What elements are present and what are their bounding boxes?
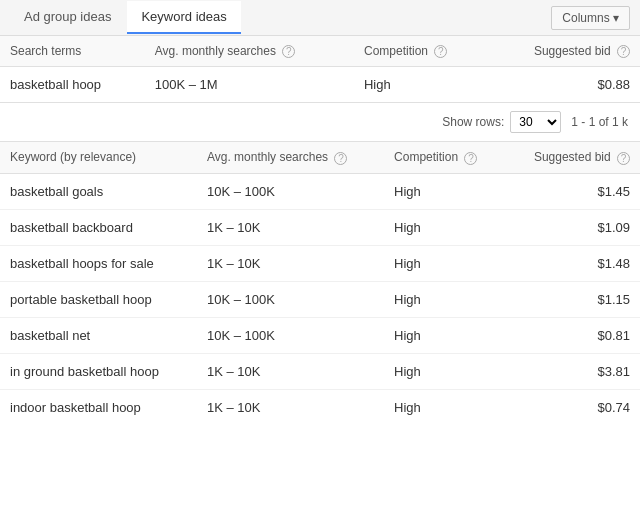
col-keyword-avg-label: Avg. monthly searches — [207, 150, 328, 164]
keyword-avg-help-icon[interactable]: ? — [334, 152, 347, 165]
keyword-term-cell: in ground basketball hoop — [0, 353, 197, 389]
keyword-ideas-header-row: Keyword (by relevance) Avg. monthly sear… — [0, 142, 640, 173]
keyword-competition-cell: High — [384, 317, 505, 353]
col-keyword-competition-label: Competition — [394, 150, 458, 164]
keyword-term-cell: indoor basketball hoop — [0, 389, 197, 425]
keyword-term-cell: basketball goals — [0, 173, 197, 209]
keyword-bid-help-icon[interactable]: ? — [617, 152, 630, 165]
tab-keyword-ideas[interactable]: Keyword ideas — [127, 1, 240, 34]
keyword-term-cell: basketball hoops for sale — [0, 245, 197, 281]
keyword-bid-cell: $0.81 — [505, 317, 640, 353]
col-keyword-bid-label: Suggested bid — [534, 150, 611, 164]
keyword-avg-cell: 10K – 100K — [197, 281, 384, 317]
keyword-idea-row: basketball net 10K – 100K High $0.81 — [0, 317, 640, 353]
keyword-idea-row: basketball goals 10K – 100K High $1.45 — [0, 173, 640, 209]
keyword-bid-cell: $1.15 — [505, 281, 640, 317]
col-keyword-bid: Suggested bid ? — [505, 142, 640, 173]
search-terms-table: Search terms Avg. monthly searches ? Com… — [0, 36, 640, 102]
col-avg-monthly-searches: Avg. monthly searches ? — [145, 36, 354, 67]
keyword-bid-cell: $1.09 — [505, 209, 640, 245]
col-competition: Competition ? — [354, 36, 489, 67]
keyword-avg-cell: 1K – 10K — [197, 389, 384, 425]
keyword-competition-cell: High — [384, 281, 505, 317]
pagination-row: Show rows: 30 50 100 1 - 1 of 1 k — [0, 103, 640, 142]
keyword-competition-cell: High — [384, 389, 505, 425]
search-term-row: basketball hoop 100K – 1M High $0.88 — [0, 67, 640, 103]
show-rows-select[interactable]: 30 50 100 — [510, 111, 561, 133]
col-keyword-avg-searches: Avg. monthly searches ? — [197, 142, 384, 173]
keyword-competition-cell: High — [384, 173, 505, 209]
columns-button[interactable]: Columns ▾ — [551, 6, 630, 30]
keyword-term-cell: portable basketball hoop — [0, 281, 197, 317]
competition-help-icon[interactable]: ? — [434, 45, 447, 58]
keyword-competition-cell: High — [384, 245, 505, 281]
keyword-avg-cell: 1K – 10K — [197, 353, 384, 389]
keyword-idea-row: portable basketball hoop 10K – 100K High… — [0, 281, 640, 317]
search-term-competition: High — [354, 67, 489, 103]
col-keyword-by-relevance: Keyword (by relevance) — [0, 142, 197, 173]
col-suggested-bid-label: Suggested bid — [534, 44, 611, 58]
search-term-avg-searches: 100K – 1M — [145, 67, 354, 103]
keyword-idea-row: indoor basketball hoop 1K – 10K High $0.… — [0, 389, 640, 425]
show-rows-label: Show rows: — [442, 115, 504, 129]
keyword-competition-help-icon[interactable]: ? — [464, 152, 477, 165]
avg-monthly-help-icon[interactable]: ? — [282, 45, 295, 58]
keyword-avg-cell: 1K – 10K — [197, 209, 384, 245]
search-term-bid: $0.88 — [489, 67, 640, 103]
search-terms-header-row: Search terms Avg. monthly searches ? Com… — [0, 36, 640, 67]
keyword-ideas-section: Keyword (by relevance) Avg. monthly sear… — [0, 142, 640, 424]
tabs-bar: Ad group ideas Keyword ideas Columns ▾ — [0, 0, 640, 36]
keyword-term-cell: basketball net — [0, 317, 197, 353]
col-keyword-competition: Competition ? — [384, 142, 505, 173]
keyword-bid-cell: $1.45 — [505, 173, 640, 209]
keyword-bid-cell: $3.81 — [505, 353, 640, 389]
keyword-bid-cell: $0.74 — [505, 389, 640, 425]
keyword-idea-row: basketball backboard 1K – 10K High $1.09 — [0, 209, 640, 245]
col-search-terms-label: Search terms — [10, 44, 81, 58]
col-keyword-label: Keyword (by relevance) — [10, 150, 136, 164]
keyword-ideas-table: Keyword (by relevance) Avg. monthly sear… — [0, 142, 640, 424]
keyword-avg-cell: 10K – 100K — [197, 173, 384, 209]
col-avg-monthly-label: Avg. monthly searches — [155, 44, 276, 58]
col-competition-label: Competition — [364, 44, 428, 58]
keyword-idea-row: in ground basketball hoop 1K – 10K High … — [0, 353, 640, 389]
keyword-bid-cell: $1.48 — [505, 245, 640, 281]
keyword-competition-cell: High — [384, 209, 505, 245]
pagination-range: 1 - 1 of 1 k — [571, 115, 628, 129]
search-terms-section: Search terms Avg. monthly searches ? Com… — [0, 36, 640, 103]
keyword-term-cell: basketball backboard — [0, 209, 197, 245]
keyword-avg-cell: 10K – 100K — [197, 317, 384, 353]
col-suggested-bid: Suggested bid ? — [489, 36, 640, 67]
keyword-competition-cell: High — [384, 353, 505, 389]
suggested-bid-help-icon[interactable]: ? — [617, 45, 630, 58]
tab-ad-group-ideas[interactable]: Ad group ideas — [10, 1, 125, 34]
search-term-cell: basketball hoop — [0, 67, 145, 103]
keyword-avg-cell: 1K – 10K — [197, 245, 384, 281]
col-search-terms: Search terms — [0, 36, 145, 67]
keyword-idea-row: basketball hoops for sale 1K – 10K High … — [0, 245, 640, 281]
